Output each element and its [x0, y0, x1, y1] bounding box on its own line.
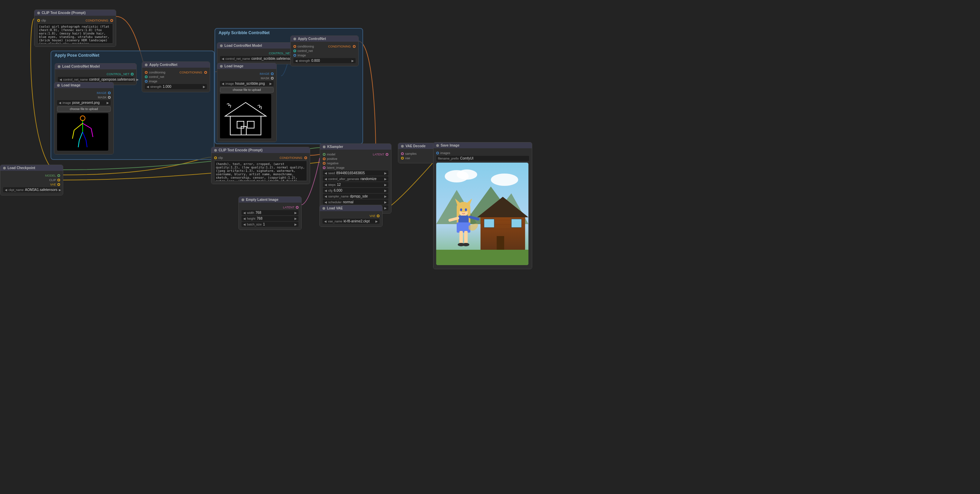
ckpt-right-arrow[interactable]: ▶: [59, 188, 61, 192]
left-arrow[interactable]: ◀: [59, 78, 62, 81]
seed-value: 894480165483805: [336, 171, 383, 175]
batch-left-arrow[interactable]: ◀: [243, 223, 246, 226]
latent-image-in-port[interactable]: [323, 166, 326, 169]
image-2-in-port[interactable]: [293, 54, 296, 57]
conditioning-in-port[interactable]: [145, 71, 148, 74]
svg-rect-42: [460, 231, 463, 245]
conditioning-2-out-port[interactable]: [353, 45, 356, 48]
scheduler-left-arrow[interactable]: ◀: [325, 201, 327, 204]
cfg-left-arrow[interactable]: ◀: [325, 189, 327, 192]
latent-image-in-row: latent_image: [323, 166, 388, 169]
conditioning-2-in-port[interactable]: [293, 45, 296, 48]
control-net-2-in-port[interactable]: [293, 49, 296, 52]
vae-in-port[interactable]: [401, 157, 404, 159]
vae-output-row: VAE: [3, 183, 60, 186]
node-dot: [3, 167, 6, 169]
latent-out-port-2[interactable]: [296, 206, 299, 209]
mask-2-out-port[interactable]: [271, 77, 274, 80]
image-2-left-arrow[interactable]: ◀: [222, 82, 224, 85]
apply-scribble-controlnet-section: Apply Scribble ControlNet Load ControlNe…: [215, 28, 363, 144]
samples-in-port[interactable]: [401, 152, 404, 155]
cfg-right-arrow[interactable]: ▶: [384, 189, 387, 192]
load-vae-title: Load VAE: [327, 206, 343, 210]
denoise-right-arrow[interactable]: ▶: [384, 206, 387, 210]
image-2-field-label: image: [226, 82, 234, 85]
conditioning-out-port[interactable]: [204, 71, 207, 74]
clip-2-input-port[interactable]: [214, 156, 217, 159]
node-dot: [323, 207, 325, 210]
ckpt-label: ckpt_name: [8, 188, 24, 192]
control-net-output-port[interactable]: [131, 73, 134, 75]
images-in-port[interactable]: [436, 152, 439, 155]
positive-in-port[interactable]: [323, 158, 326, 160]
svg-point-47: [465, 209, 467, 211]
vae-left-arrow[interactable]: ◀: [324, 220, 326, 223]
ckpt-left-arrow[interactable]: ◀: [5, 188, 7, 192]
control-right-arrow[interactable]: ▶: [384, 177, 387, 181]
field-value: control_openpose.safetensors: [89, 78, 135, 81]
vae-field-label: vae_name: [328, 220, 342, 223]
strength-left-arrow[interactable]: ◀: [146, 85, 149, 88]
control-left-arrow[interactable]: ◀: [325, 177, 327, 181]
cfg-label: cfg: [328, 189, 332, 192]
clip-text-2-textarea[interactable]: (hands), text, error, cropped, (worst qu…: [214, 161, 307, 181]
batch-right-arrow[interactable]: ▶: [294, 223, 297, 226]
vae-output-port[interactable]: [57, 183, 60, 186]
vae-right-arrow[interactable]: ▶: [375, 220, 378, 223]
upload-btn-2[interactable]: choose file to upload: [220, 87, 274, 92]
conditioning-output-port[interactable]: [110, 19, 113, 22]
vae-name-field: ◀ vae_name kl-f8-anime2.ckpt ▶: [323, 218, 380, 224]
sampler-left-arrow[interactable]: ◀: [325, 195, 327, 198]
mask-out-port[interactable]: [108, 96, 111, 99]
vae-out-port[interactable]: [377, 215, 380, 217]
width-right-arrow[interactable]: ▶: [294, 211, 297, 215]
save-image-node: Save Image images filename_prefix ComfyU…: [433, 142, 532, 269]
strength-2-right-arrow[interactable]: ▶: [352, 59, 354, 62]
height-left-arrow[interactable]: ◀: [243, 217, 246, 220]
strength-2-label: strength: [299, 59, 310, 62]
upload-btn-1[interactable]: choose file to upload: [57, 106, 111, 112]
apply-controlnet-1-body: conditioning CONDITIONING control_net im…: [142, 68, 210, 92]
image-2-right-arrow[interactable]: ▶: [269, 82, 272, 85]
latent-out-port[interactable]: [386, 153, 388, 156]
control-net-in-port[interactable]: [145, 75, 148, 78]
clip-input-port[interactable]: [37, 19, 40, 22]
apply-pose-controlnet-title: Apply Pose ControlNet: [51, 51, 214, 59]
right-arrow[interactable]: ▶: [136, 78, 139, 81]
filename-label: filename_prefix: [438, 157, 459, 160]
apply-controlnet-1-header: Apply ControlNet: [142, 62, 210, 68]
height-right-arrow[interactable]: ▶: [294, 217, 297, 220]
image-in-port[interactable]: [145, 80, 148, 83]
strength-2-left-arrow[interactable]: ◀: [295, 59, 298, 62]
scheduler-right-arrow[interactable]: ▶: [384, 201, 387, 204]
conditioning-2-output-label: CONDITIONING: [280, 156, 303, 159]
ksampler-title: KSampler: [327, 145, 343, 148]
conditioning-2-output-port[interactable]: [304, 156, 307, 159]
left-arrow-2[interactable]: ◀: [222, 57, 224, 61]
seed-left-arrow[interactable]: ◀: [325, 172, 327, 175]
clip-text-1-textarea[interactable]: (solo) girl photograph realistic (flat c…: [37, 23, 113, 44]
image-left-arrow[interactable]: ◀: [59, 101, 61, 105]
load-controlnet-model-2-node: Load ControlNet Model CONTROL_NET ◀ cont…: [217, 42, 299, 64]
width-left-arrow[interactable]: ◀: [243, 211, 246, 215]
clip-output-port[interactable]: [57, 178, 60, 182]
steps-right-arrow[interactable]: ▶: [384, 183, 387, 186]
sampler-right-arrow[interactable]: ▶: [384, 195, 387, 198]
model-in-port[interactable]: [323, 153, 326, 156]
seed-right-arrow[interactable]: ▶: [384, 172, 387, 175]
clip-output-label: CLIP: [49, 178, 56, 182]
steps-left-arrow[interactable]: ◀: [325, 183, 327, 186]
node-dot: [323, 145, 326, 148]
svg-point-18: [491, 174, 518, 186]
image-out-port[interactable]: [108, 92, 111, 94]
node-dot: [401, 145, 404, 148]
svg-rect-10: [230, 116, 261, 135]
model-output-port[interactable]: [57, 174, 60, 177]
image-2-out-label: IMAGE: [259, 72, 269, 75]
negative-in-port[interactable]: [323, 162, 326, 165]
image-2-out-port[interactable]: [271, 72, 274, 75]
mask-2-out-label: MASK: [261, 76, 269, 80]
strength-right-arrow[interactable]: ▶: [203, 85, 205, 88]
image-right-arrow[interactable]: ▶: [107, 101, 109, 105]
ksampler-node: KSampler model LATENT positive negative …: [320, 143, 391, 214]
